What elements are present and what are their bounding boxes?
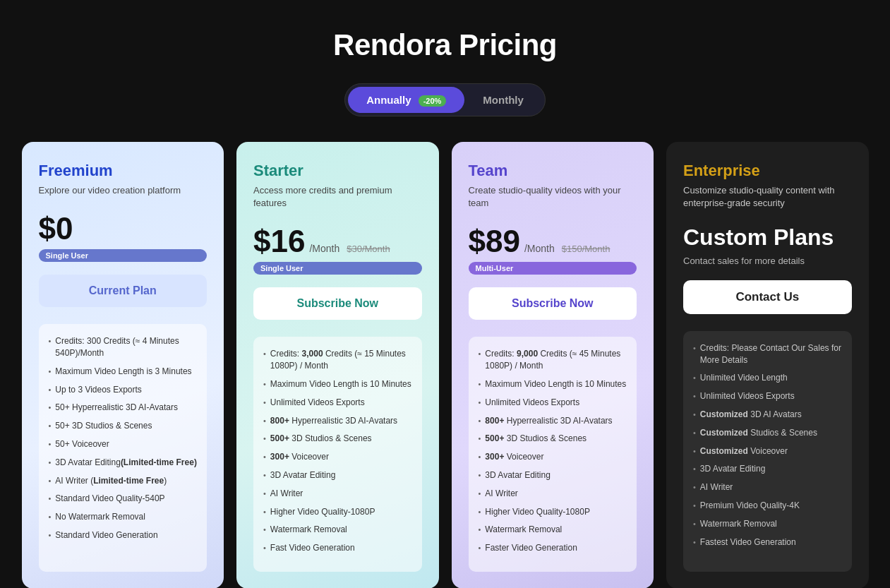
feature-item: •Customized Voiceover bbox=[693, 445, 842, 457]
feature-item: •300+ Voiceover bbox=[479, 451, 627, 463]
feature-item: •Credits: 9,000 Credits (≈ 45 Minutes 10… bbox=[479, 348, 627, 372]
feature-item: •Maximum Video Length is 10 Minutes bbox=[479, 378, 627, 390]
starter-period: /Month bbox=[309, 243, 339, 254]
feature-item: •50+ Hyperrealistic 3D AI-Avatars bbox=[49, 402, 198, 414]
feature-item: •Unlimited Videos Exports bbox=[263, 397, 412, 409]
feature-item: •Watermark Removal bbox=[263, 524, 412, 536]
feature-item: •Fastest Video Generation bbox=[693, 536, 842, 548]
feature-item: •Customized Studios & Scenes bbox=[693, 427, 842, 439]
monthly-toggle[interactable]: Monthly bbox=[464, 87, 542, 113]
team-user-badge: Multi-User bbox=[469, 262, 637, 275]
feature-item: •Standard Video Generation bbox=[49, 529, 198, 541]
feature-item: •AI Writer bbox=[479, 488, 627, 500]
feature-item: •3D Avatar Editing bbox=[479, 469, 627, 481]
feature-item: •Fast Video Generation bbox=[263, 542, 412, 554]
feature-item: •Credits: 300 Credits (≈ 4 Minutes 540P)… bbox=[49, 335, 198, 359]
pricing-cards: Freemium Explore our video creation plat… bbox=[22, 142, 869, 588]
feature-item: •Higher Video Quality-1080P bbox=[263, 506, 412, 518]
starter-user-badge: Single User bbox=[253, 262, 422, 275]
freemium-user-badge: Single User bbox=[39, 249, 208, 262]
feature-item: •Maximum Video Length is 10 Minutes bbox=[263, 378, 412, 390]
feature-item: •3D Avatar Editing(Limited-time Free) bbox=[49, 457, 198, 469]
feature-item: •500+ 3D Studios & Scenes bbox=[479, 433, 627, 445]
enterprise-plan-name: Enterprise bbox=[683, 162, 852, 180]
freemium-plan-name: Freemium bbox=[39, 162, 208, 180]
feature-item: •3D Avatar Editing bbox=[263, 469, 412, 481]
enterprise-features: •Credits: Please Contact Our Sales for M… bbox=[683, 331, 852, 572]
card-freemium: Freemium Explore our video creation plat… bbox=[22, 142, 224, 588]
feature-item: •50+ Voiceover bbox=[49, 438, 198, 450]
starter-features: •Credits: 3,000 Credits (≈ 15 Minutes 10… bbox=[253, 337, 422, 572]
starter-price-row: $16 /Month $30/Month bbox=[253, 224, 422, 259]
feature-item: •Premium Video Quality-4K bbox=[693, 500, 842, 512]
feature-item: •Unlimited Videos Exports bbox=[479, 397, 627, 409]
freemium-features: •Credits: 300 Credits (≈ 4 Minutes 540P)… bbox=[39, 324, 208, 572]
feature-item: •AI Writer bbox=[263, 488, 412, 500]
feature-item: •500+ 3D Studios & Scenes bbox=[263, 433, 412, 445]
team-subscribe-button[interactable]: Subscribe Now bbox=[469, 287, 637, 320]
team-period: /Month bbox=[524, 243, 555, 254]
feature-item: •Unlimited Videos Exports bbox=[693, 390, 842, 402]
feature-item: •AI Writer bbox=[693, 481, 842, 493]
freemium-price: $0 bbox=[39, 211, 73, 246]
enterprise-contact-button[interactable]: Contact Us bbox=[683, 280, 852, 314]
freemium-tagline: Explore our video creation platform bbox=[39, 184, 208, 197]
starter-plan-name: Starter bbox=[253, 162, 422, 180]
discount-badge: -20% bbox=[419, 95, 447, 107]
billing-toggle: Annually -20% Monthly bbox=[344, 83, 546, 116]
card-enterprise: Enterprise Customize studio-quality cont… bbox=[666, 142, 869, 588]
feature-item: •300+ Voiceover bbox=[263, 451, 412, 463]
custom-plans-sub: Contact sales for more details bbox=[683, 256, 852, 266]
feature-item: •Standard Video Quality-540P bbox=[49, 493, 198, 505]
annually-toggle[interactable]: Annually -20% bbox=[348, 87, 464, 113]
feature-item: •Unlimited Video Length bbox=[693, 372, 842, 384]
starter-subscribe-button[interactable]: Subscribe Now bbox=[253, 287, 422, 320]
feature-item: •Credits: Please Contact Our Sales for M… bbox=[693, 342, 842, 366]
feature-item: •No Watermark Removal bbox=[49, 511, 198, 523]
team-price: $89 bbox=[469, 224, 520, 259]
feature-item: •Higher Video Quality-1080P bbox=[479, 506, 627, 518]
feature-item: •Maximum Video Length is 3 Minutes bbox=[49, 366, 198, 378]
team-features: •Credits: 9,000 Credits (≈ 45 Minutes 10… bbox=[469, 337, 637, 572]
feature-item: •Watermark Removal bbox=[479, 524, 627, 536]
freemium-cta-button[interactable]: Current Plan bbox=[39, 275, 208, 307]
starter-original-price: $30/Month bbox=[347, 244, 390, 254]
starter-price: $16 bbox=[253, 224, 305, 259]
page-title: Rendora Pricing bbox=[333, 28, 557, 62]
team-tagline: Create studio-quality videos with your t… bbox=[469, 184, 637, 210]
team-original-price: $150/Month bbox=[562, 244, 611, 254]
feature-item: •50+ 3D Studios & Scenes bbox=[49, 420, 198, 432]
starter-tagline: Access more credits and premium features bbox=[253, 184, 422, 210]
feature-item: •3D Avatar Editing bbox=[693, 463, 842, 475]
feature-item: •AI Writer (Limited-time Free) bbox=[49, 475, 198, 487]
feature-item: •800+ Hyperrealistic 3D AI-Avatars bbox=[263, 415, 412, 427]
enterprise-tagline: Customize studio-quality content with en… bbox=[683, 184, 852, 210]
feature-item: •800+ Hyperrealistic 3D AI-Avatars bbox=[479, 415, 627, 427]
card-starter: Starter Access more credits and premium … bbox=[236, 142, 439, 588]
freemium-price-row: $0 bbox=[39, 211, 208, 246]
custom-plans-title: Custom Plans bbox=[683, 224, 852, 251]
team-price-row: $89 /Month $150/Month bbox=[469, 224, 637, 259]
feature-item: •Watermark Removal bbox=[693, 518, 842, 530]
feature-item: •Credits: 3,000 Credits (≈ 15 Minutes 10… bbox=[263, 348, 412, 372]
feature-item: •Customized 3D AI Avatars bbox=[693, 409, 842, 421]
card-team: Team Create studio-quality videos with y… bbox=[452, 142, 654, 588]
feature-item: •Faster Video Generation bbox=[479, 542, 627, 554]
feature-item: •Up to 3 Videos Exports bbox=[49, 384, 198, 396]
team-plan-name: Team bbox=[469, 162, 637, 180]
